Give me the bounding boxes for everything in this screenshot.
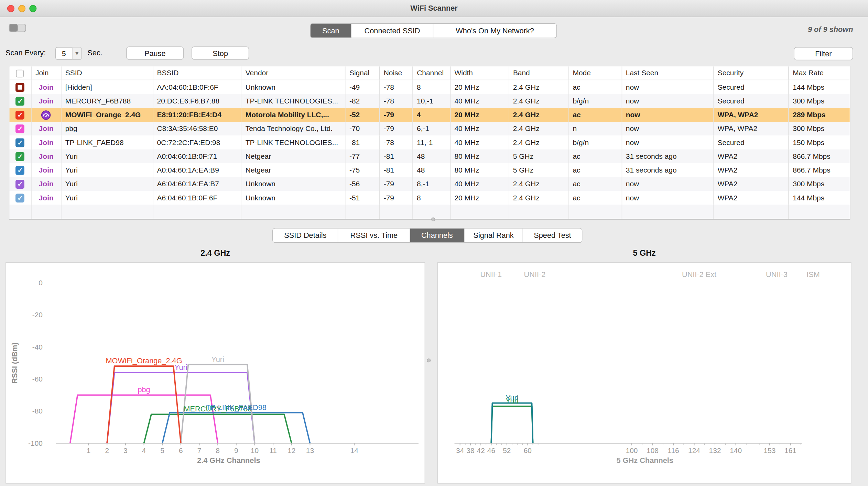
col-width[interactable]: Width: [451, 66, 509, 80]
noise-cell: -81: [380, 150, 413, 163]
table-row[interactable]: ✓ MOWiFi_Orange_2.4G E8:91:20:FB:E4:D4 M…: [9, 108, 850, 122]
table-row[interactable]: ✓ Join Yuri A6:04:60:1B:0F:6F Unknown -5…: [9, 191, 850, 205]
row-color-checkbox[interactable]: ✓: [16, 152, 25, 161]
pause-button[interactable]: Pause: [126, 46, 184, 60]
bssid-cell: AA:04:60:1B:0F:6F: [153, 80, 241, 94]
tab-channels[interactable]: Channels: [410, 229, 465, 242]
select-all-checkbox[interactable]: [16, 69, 24, 77]
signal-cell: -82: [346, 94, 380, 108]
row-select-cell[interactable]: ✓: [9, 163, 31, 177]
join-link[interactable]: Join: [32, 135, 62, 149]
join-link[interactable]: Join: [32, 163, 62, 177]
join-link[interactable]: Join: [32, 177, 62, 191]
col-signal[interactable]: Signal: [346, 66, 380, 80]
width-cell: 20 MHz: [451, 80, 509, 94]
bssid-cell: 0C:72:2C:FA:ED:98: [153, 135, 241, 149]
table-row[interactable]: ✓ Join Yuri A0:04:60:1B:0F:71 Netgear -7…: [9, 150, 850, 163]
col-join[interactable]: Join: [32, 66, 62, 80]
filter-button[interactable]: Filter: [794, 47, 853, 60]
row-color-checkbox[interactable]: ✓: [16, 124, 25, 133]
vendor-cell: Netgear: [242, 163, 346, 177]
row-select-cell[interactable]: [9, 80, 31, 94]
col-max-rate[interactable]: Max Rate: [789, 66, 850, 80]
row-color-checkbox[interactable]: ✓: [16, 194, 25, 202]
row-select-cell[interactable]: ✓: [9, 135, 31, 149]
select-all-cell[interactable]: [9, 66, 31, 80]
empty-table-row[interactable]: [9, 219, 850, 220]
mode-cell: ac: [569, 80, 622, 94]
table-row[interactable]: Join [Hidden] AA:04:60:1B:0F:6F Unknown …: [9, 80, 850, 94]
chart-title-24ghz: 2.4 GHz: [6, 248, 425, 257]
col-security[interactable]: Security: [714, 66, 789, 80]
ssid-cell: Yuri: [61, 163, 153, 177]
row-color-checkbox[interactable]: ✓: [16, 110, 25, 119]
table-resize-grip[interactable]: [431, 218, 435, 221]
last-seen-cell: [622, 219, 714, 220]
last-seen-cell: now: [622, 94, 714, 108]
last-seen-cell: now: [622, 191, 714, 205]
col-noise[interactable]: Noise: [380, 66, 413, 80]
join-link[interactable]: [32, 219, 62, 220]
svg-text:UNII-1: UNII-1: [480, 270, 502, 279]
join-link[interactable]: Join: [32, 94, 62, 108]
width-cell: [451, 219, 509, 220]
tab-signal-rank[interactable]: Signal Rank: [465, 229, 523, 242]
row-color-checkbox[interactable]: ✓: [16, 138, 25, 147]
tab-connected-ssid[interactable]: Connected SSID: [351, 24, 433, 37]
ssid-cell: MERCURY_F6B788: [61, 94, 153, 108]
max-rate-cell: 289 Mbps: [789, 108, 850, 122]
svg-text:5 GHz Channels: 5 GHz Channels: [617, 456, 673, 465]
table-row[interactable]: ✓ Join Yuri A0:04:60:1A:EA:B9 Netgear -7…: [9, 163, 850, 177]
row-select-cell[interactable]: ✓: [9, 150, 31, 163]
row-select-cell[interactable]: [9, 219, 31, 220]
table-row[interactable]: ✓ Join TP-LINK_FAED98 0C:72:2C:FA:ED:98 …: [9, 135, 850, 149]
row-color-checkbox[interactable]: ✓: [16, 97, 25, 106]
table-row[interactable]: ✓ Join MERCURY_F6B788 20:DC:E6:F6:B7:88 …: [9, 94, 850, 108]
row-color-checkbox[interactable]: ✓: [16, 166, 25, 175]
row-color-checkbox[interactable]: ✓: [16, 179, 25, 188]
join-link[interactable]: Join: [32, 150, 62, 163]
row-select-cell[interactable]: ✓: [9, 191, 31, 205]
col-bssid[interactable]: BSSID: [153, 66, 241, 80]
scan-interval-select[interactable]: 5 ▾: [55, 47, 82, 60]
ssid-cell: Yuri: [61, 177, 153, 191]
table-row[interactable]: ✓ Join pbg C8:3A:35:46:58:E0 Tenda Techn…: [9, 122, 850, 135]
col-last-seen[interactable]: Last Seen: [622, 66, 714, 80]
table-body: Join [Hidden] AA:04:60:1B:0F:6F Unknown …: [9, 80, 850, 220]
row-select-cell[interactable]: ✓: [9, 94, 31, 108]
tab-rssi-vs-time[interactable]: RSSI vs. Time: [338, 229, 410, 242]
tab-ssid-details[interactable]: SSID Details: [273, 229, 338, 242]
col-band[interactable]: Band: [509, 66, 569, 80]
svg-text:116: 116: [668, 446, 679, 454]
row-color-checkbox[interactable]: [16, 83, 25, 92]
tab-whos-on-my-network[interactable]: Who's On My Network?: [433, 24, 556, 37]
bssid-cell: 20:DC:E6:F6:B7:88: [153, 94, 241, 108]
stop-button[interactable]: Stop: [192, 46, 249, 60]
join-link[interactable]: Join: [32, 80, 62, 94]
col-vendor[interactable]: Vendor: [242, 66, 346, 80]
scan-interval-value: 5: [56, 49, 72, 57]
pane-splitter-grip[interactable]: [427, 358, 431, 362]
table-row[interactable]: ✓ Join Yuri A6:04:60:1A:EA:B7 Unknown -5…: [9, 177, 850, 191]
col-channel[interactable]: Channel: [413, 66, 451, 80]
svg-text:13: 13: [306, 446, 314, 454]
empty-table-row[interactable]: [9, 205, 850, 219]
join-link[interactable]: Join: [32, 122, 62, 135]
tab-scan[interactable]: Scan: [311, 24, 351, 37]
row-select-cell[interactable]: ✓: [9, 108, 31, 122]
col-ssid[interactable]: SSID: [61, 66, 153, 80]
security-cell: WPA, WPA2: [714, 122, 789, 135]
toolbar-toggle[interactable]: [9, 24, 26, 32]
svg-text:12: 12: [287, 446, 295, 454]
row-select-cell[interactable]: ✓: [9, 122, 31, 135]
join-link[interactable]: Join: [32, 191, 62, 205]
join-link[interactable]: [32, 108, 62, 122]
row-select-cell[interactable]: [9, 205, 31, 219]
max-rate-cell: 150 Mbps: [789, 135, 850, 149]
chart-5ghz: 343842465260100108116124132140153161UNII…: [438, 263, 851, 483]
col-mode[interactable]: Mode: [569, 66, 622, 80]
svg-text:42: 42: [477, 446, 485, 454]
row-select-cell[interactable]: ✓: [9, 177, 31, 191]
tab-speed-test[interactable]: Speed Test: [523, 229, 582, 242]
join-link[interactable]: [32, 205, 62, 219]
